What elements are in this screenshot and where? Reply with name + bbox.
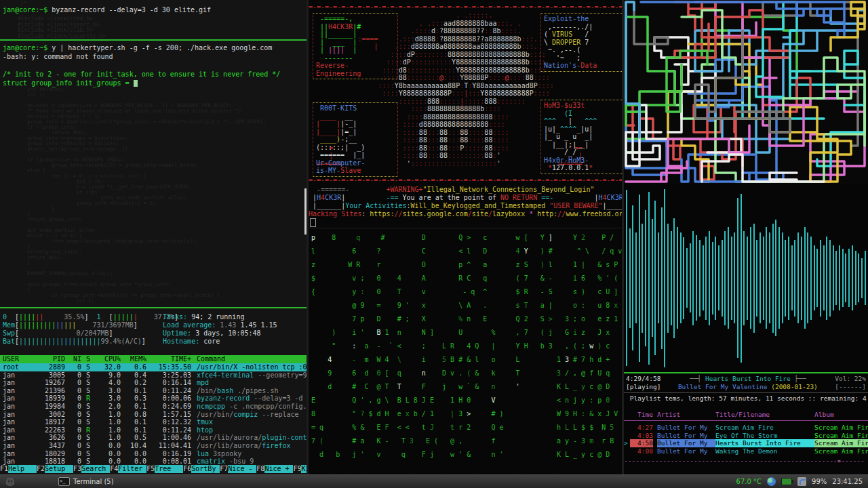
- progress-indicator[interactable]: [------]: [835, 383, 866, 391]
- viz-bar: [712, 242, 713, 314]
- elite-box-line: | ___ |: [316, 39, 395, 47]
- elite-box-line: (:::::;| _): [316, 144, 395, 152]
- viz-bar: [734, 232, 735, 323]
- process-row[interactable]: root28890S32.00.615:35.50/usr/bin/X -nol…: [0, 363, 307, 371]
- viz-bar: [756, 240, 757, 317]
- htop-fkey-nice--[interactable]: F7Nice -: [220, 465, 256, 473]
- playlist-column-header[interactable]: TimeArtistTitle/FilenameAlbum: [624, 411, 868, 419]
- tmux-split-line: [0, 39, 307, 41]
- elite-box-line: Engineering: [316, 70, 395, 78]
- viz-bar: [645, 210, 646, 346]
- htop-fkey-filter[interactable]: F4Filter: [110, 465, 146, 473]
- elite-box-line: | |[]| |: [316, 46, 395, 54]
- pane-split-line: [624, 372, 868, 373]
- terminal-icon: >_: [58, 477, 70, 486]
- viz-bar: [823, 245, 825, 310]
- viz-bar: [852, 245, 853, 310]
- player-state: [playing]: [626, 383, 660, 391]
- text-cursor: [134, 80, 138, 87]
- elite-box-line: Nation's-Data: [544, 62, 620, 70]
- ghost-kernel-source: int nblocks; int i; nblocks = (gidsetsiz…: [27, 87, 266, 304]
- viz-bar: [865, 251, 866, 305]
- viz-bar: [766, 227, 767, 329]
- process-row[interactable]: jan189390R3.00.30:00.06byzanz-record --d…: [0, 394, 307, 403]
- elite-box-line: R00T-KITS: [316, 104, 395, 113]
- process-row[interactable]: jan188180S0.00.00:08.01cmatrix -bsu 9: [0, 458, 307, 466]
- viz-bar: [728, 227, 729, 329]
- viz-bar: [814, 245, 815, 310]
- elite-box-line: | ||-_|: [316, 120, 395, 128]
- terminal-cursor: [310, 218, 316, 227]
- track-artist-wrap: Bullet For My Valentine (2008-01-23): [660, 383, 835, 391]
- process-row[interactable]: jan222630R1.00.10:11.24htop: [0, 426, 307, 434]
- shell-prompt: jan@core: [3, 6, 35, 14]
- process-row[interactable]: jan30020S1.00.81:57.15/usr/bin/compiz --…: [0, 411, 307, 419]
- viz-bar: [629, 228, 631, 328]
- viz-bar: [782, 232, 783, 323]
- viz-bar: [753, 224, 755, 333]
- viz-bar: [664, 189, 665, 367]
- process-table: root28890S32.00.615:35.50/usr/bin/X -nol…: [0, 363, 307, 466]
- htop-meter-line: Swp[ 0/2047MB]: [3, 329, 151, 338]
- viz-bar: [705, 237, 707, 320]
- elite-box-line: ( VIRUS /: [544, 30, 620, 39]
- viz-bar: [788, 237, 789, 320]
- viz-bar: [671, 231, 672, 325]
- viz-bar: [703, 245, 704, 310]
- terminal-center-pane[interactable]: =-=-=-=-=-=-=-=-=-=-=-=-=-=-=-=-=-=-=-=-…: [309, 0, 623, 474]
- htop-fkey-help[interactable]: F1Help: [0, 465, 37, 473]
- elite-box-line: ____ __: [316, 113, 395, 121]
- separator: [624, 420, 868, 421]
- viz-bar: [743, 231, 745, 325]
- taskbar-window-button[interactable]: >_ Terminal (5): [54, 476, 118, 487]
- process-row[interactable]: jan30050S9.00.43:25.03xfce4-terminal --g…: [0, 371, 307, 380]
- command-line-1: jan@core:~$ byzanz-record --delay=3 -d 3…: [0, 5, 211, 14]
- htop-fkey-setup[interactable]: F2Setup: [37, 465, 73, 473]
- elite-box-line: ____)-;__: [316, 136, 395, 144]
- htop-fkey-tree[interactable]: F5Tree: [146, 465, 183, 473]
- viz-bar: [820, 240, 821, 317]
- pane-split-line: [309, 228, 623, 228]
- process-row[interactable]: jan213960S3.00.10:11.24/bin/bash ./pipes…: [0, 387, 307, 395]
- elite-box-line: Exploit-the: [544, 15, 620, 23]
- playlist-row[interactable]: 4:03Bullet For MyEye Of The StormScream …: [624, 432, 868, 440]
- bash-error-line: -bash: y: command not found: [0, 52, 280, 61]
- elite-box-line: ||H4CK3R|#: [316, 23, 395, 31]
- ascii-box-virus-dropper: Exploit-the ,------,./|( VIRUS /\ DROPPE…: [540, 13, 623, 72]
- pipe-segment: [695, 2, 810, 146]
- process-row[interactable]: jan199840S2.00.10:24.69ncmpcpp -c .ncmpc…: [0, 403, 307, 411]
- volume-indicator[interactable]: Vol: 22%: [835, 375, 866, 383]
- clock[interactable]: 23:41.25: [832, 478, 863, 485]
- viz-bar: [861, 258, 863, 298]
- system-tray: 67.0 °C 99% 23:41.25: [736, 477, 868, 486]
- playlist-row[interactable]: 4:27Bullet For MyScream Aim FireScream A…: [624, 424, 868, 432]
- process-table-header[interactable]: USERPIDNISCPU%MEM%TIME+Command: [0, 355, 307, 363]
- pipe-segment: [626, 105, 741, 166]
- process-row[interactable]: jan34370S0.010.411:04.41/usr/lib/aurora/…: [0, 442, 307, 450]
- viz-bar: [778, 227, 780, 329]
- terminal-left-pane[interactable]: /* jan@core:~$ byzanz-record --delay=3 -…: [0, 0, 307, 474]
- htop-info-line: Hostname: core: [163, 338, 277, 346]
- process-row[interactable]: jan36260S1.00.51:00.46/usr/lib/aurora/pl…: [0, 434, 307, 442]
- process-row[interactable]: jan180290S0.00.00:16.19lua 3spooky: [0, 450, 307, 458]
- app-menu-icon[interactable]: [4, 476, 16, 487]
- htop-fkey-sortby[interactable]: F6SortBy: [183, 465, 220, 473]
- htop-fkey-kill[interactable]: F9Kill: [293, 465, 307, 473]
- playlist-row[interactable]: 4:08Bullet For MyWaking The DemonScream …: [624, 447, 868, 455]
- tmux-split-line: [0, 307, 307, 308]
- network-globe-icon[interactable]: [767, 477, 776, 486]
- viz-bar: [772, 224, 774, 333]
- process-row[interactable]: jan192670S4.00.20:16.14mpd: [0, 379, 307, 387]
- updates-icon[interactable]: [797, 477, 806, 486]
- track-time: 4:29/4:58: [626, 375, 660, 383]
- viz-bar: [642, 224, 643, 333]
- taskbar-window-label: Terminal (5): [73, 478, 114, 485]
- process-row[interactable]: jan189170S1.00.10:12.32tmux: [0, 418, 307, 426]
- htop-fkey-search[interactable]: F3Search: [73, 465, 110, 473]
- htop-fkey-nice-+[interactable]: F8Nice +: [256, 465, 293, 473]
- viz-bar: [855, 251, 856, 305]
- battery-icon[interactable]: [781, 478, 792, 485]
- playlist-row[interactable]: >4:58Bullet For MyHearts Burst Into Fire…: [624, 439, 868, 447]
- viz-bar: [699, 240, 701, 317]
- terminal-right-pane[interactable]: 4:29/4:58 ──┤ Hearts Burst Into Fire ├──…: [624, 0, 868, 474]
